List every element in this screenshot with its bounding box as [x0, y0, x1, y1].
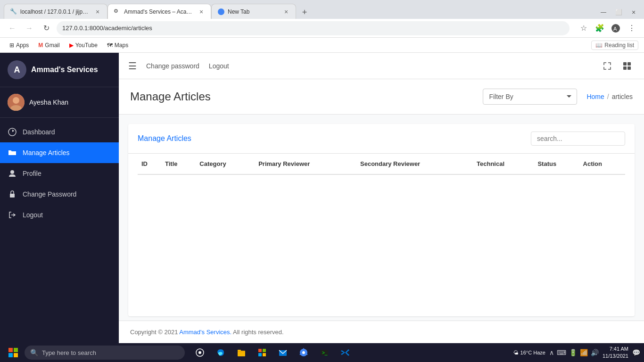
weather-icon: 🌤 [513, 350, 519, 355]
menu-toggle-button[interactable]: ☰ [128, 60, 137, 72]
col-technical: Technical [473, 154, 534, 174]
svg-rect-10 [623, 62, 627, 66]
svg-point-7 [10, 170, 14, 174]
footer-suffix: All rights reserved. [231, 329, 284, 336]
tab-favicon-3 [217, 8, 225, 16]
taskbar-weather[interactable]: 🌤 16°C Haze [513, 350, 545, 355]
forward-button[interactable]: → [23, 22, 36, 35]
browser-tab-1[interactable]: 🔧 localhost / 127.0.0.1 / jijpsooth_j...… [4, 4, 107, 19]
brand-name: Ammad's Services [31, 66, 98, 74]
reading-list-button[interactable]: 📖 Reading list [591, 41, 638, 50]
bookmark-youtube[interactable]: ▶ YouTube [66, 41, 101, 49]
taskbar-store[interactable] [253, 344, 272, 361]
profile-button[interactable]: A [609, 22, 622, 35]
logout-icon [8, 210, 17, 220]
change-password-label: Change Password [23, 190, 76, 198]
svg-rect-22 [258, 349, 262, 352]
bookmark-gmail[interactable]: M Gmail [34, 41, 63, 49]
maximize-button[interactable]: ⬜ [612, 6, 625, 19]
bookmark-youtube-label: YouTube [75, 42, 98, 49]
menu-button[interactable]: ⋮ [625, 22, 638, 35]
taskbar-time[interactable]: 7:41 AM 11/13/2021 [603, 346, 628, 360]
back-button[interactable]: ← [6, 22, 19, 35]
svg-rect-21 [238, 350, 241, 351]
reading-list-label: Reading list [604, 42, 634, 49]
taskbar-edge[interactable] [211, 344, 230, 361]
browser-tab-2[interactable]: ⚙ Ammad's Services – Academic Er... × [107, 4, 211, 19]
bookmark-apps[interactable]: ⊞ Apps [6, 41, 33, 49]
dashboard-label: Dashboard [23, 128, 55, 136]
topbar-actions [600, 58, 635, 74]
dashboard-icon [8, 127, 17, 137]
svg-rect-12 [623, 66, 627, 70]
browser-tab-3[interactable]: New Tab × [211, 4, 296, 19]
empty-state [138, 175, 625, 316]
svg-rect-24 [258, 353, 262, 356]
breadcrumb-separator: / [607, 93, 609, 100]
address-bar[interactable]: 127.0.0.1:8000/academic/articles [57, 21, 570, 35]
close-browser-button[interactable]: × [627, 6, 640, 19]
tab-close-2[interactable]: × [198, 8, 205, 16]
apps-icon: ⊞ [9, 42, 14, 49]
sidebar-item-logout[interactable]: Logout [0, 205, 119, 225]
start-button[interactable] [4, 345, 23, 360]
volume-icon[interactable]: 🔊 [591, 349, 599, 356]
sidebar-item-change-password[interactable]: Change Password [0, 184, 119, 205]
change-password-link[interactable]: Change password [146, 62, 199, 70]
grid-icon[interactable] [619, 58, 635, 74]
breadcrumb-home-link[interactable]: Home [586, 93, 604, 100]
reload-button[interactable]: ↻ [40, 22, 53, 35]
taskbar-mail[interactable] [273, 344, 292, 361]
main-content: ☰ Change password Logout [119, 53, 644, 343]
svg-rect-23 [263, 349, 266, 352]
col-primary-reviewer: Primary Reviewer [255, 154, 356, 174]
taskbar-apps: >_ [190, 344, 355, 361]
expand-icon[interactable] [600, 58, 615, 74]
table-header: ID Title Category Primary Reviewer Secon… [138, 154, 625, 174]
chevron-up-icon[interactable]: ∧ [549, 349, 554, 356]
bookmark-maps[interactable]: 🗺 Maps [103, 41, 132, 49]
folder-icon [8, 148, 17, 157]
table-wrapper: ID Title Category Primary Reviewer Secon… [128, 154, 635, 316]
tab-title-3: New Tab [228, 8, 280, 15]
tab-close-1[interactable]: × [94, 8, 101, 16]
svg-point-19 [198, 351, 201, 354]
brand-icon: A [8, 60, 26, 79]
wifi-icon[interactable]: 📶 [580, 349, 588, 356]
minimize-button[interactable]: — [597, 6, 610, 19]
bookmark-gmail-label: Gmail [45, 42, 59, 49]
taskbar-explorer[interactable] [232, 344, 251, 361]
battery-icon[interactable]: 🔋 [569, 349, 577, 356]
logout-link[interactable]: Logout [209, 62, 229, 70]
sidebar-item-profile[interactable]: Profile [0, 163, 119, 184]
sidebar-item-manage-articles[interactable]: Manage Articles [0, 142, 119, 163]
col-secondary-reviewer: Secondary Reviewer [356, 154, 473, 174]
keyboard-icon[interactable]: ⌨ [557, 349, 566, 356]
taskbar-search-icon: 🔍 [30, 349, 38, 356]
new-tab-button[interactable]: + [298, 6, 311, 19]
breadcrumb-current: articles [612, 93, 633, 100]
col-id: ID [138, 154, 161, 174]
filter-by-select[interactable]: Filter By [483, 89, 577, 105]
content-area: Manage Articles ID Title Category Primar… [119, 115, 644, 321]
brand-initial: A [14, 65, 20, 75]
articles-search-input[interactable] [531, 132, 625, 146]
taskbar-task-view[interactable] [190, 344, 209, 361]
extensions-button[interactable]: 🧩 [593, 22, 606, 35]
notification-icon[interactable]: 💬 [632, 349, 640, 356]
svg-text:>_: >_ [322, 350, 328, 355]
taskbar-terminal[interactable]: >_ [315, 344, 334, 361]
sidebar-item-dashboard[interactable]: Dashboard [0, 122, 119, 142]
tab-close-3[interactable]: × [282, 8, 290, 16]
svg-rect-14 [8, 348, 13, 352]
person-icon [8, 169, 17, 178]
star-button[interactable]: ☆ [577, 22, 590, 35]
taskbar-search-bar[interactable]: 🔍 Type here to search [25, 346, 185, 360]
sidebar-nav: Dashboard Manage Articles Profile [0, 118, 119, 343]
svg-rect-13 [627, 66, 631, 70]
avatar-face [8, 94, 25, 111]
taskbar-chrome[interactable] [294, 344, 313, 361]
card-title: Manage Articles [138, 134, 531, 143]
svg-point-0 [218, 8, 224, 15]
taskbar-vscode[interactable] [336, 344, 355, 361]
